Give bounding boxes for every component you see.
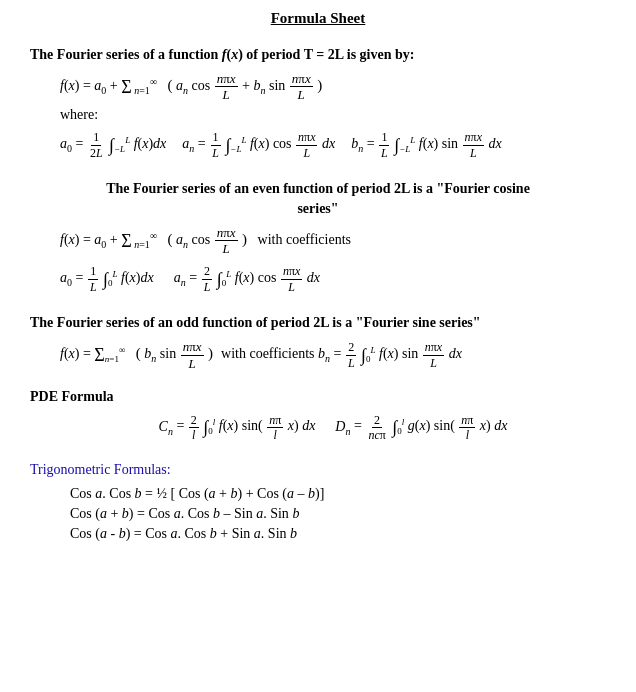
formula-cosine-1: f(x) = a0 + Σ n=1∞ ( an cos nπx L ) with… — [60, 225, 606, 257]
where-label: where: — [60, 107, 606, 123]
pde-heading: PDE Formula — [30, 389, 606, 405]
trig-formula-2: Cos (a + b) = Cos a. Cos b – Sin a. Sin … — [70, 506, 606, 522]
trig-heading: Trigonometric Formulas: — [30, 462, 606, 478]
pde-formula: Cn = 2 l ∫0l f(x) sin( nπ l x) dx Dn = 2… — [60, 411, 606, 443]
section-fourier-odd: The Fourier series of an odd function of… — [30, 313, 606, 371]
formula-cosine-coeffs: a0 = 1 L ∫0L f(x)dx an = 2 L ∫0L f(x) co… — [60, 263, 606, 295]
section-heading-1: The Fourier series of a function f(x) of… — [30, 45, 606, 65]
section-fourier-even: The Fourier series of an even function o… — [30, 179, 606, 295]
section-heading-2: The Fourier series of an even function o… — [30, 179, 606, 218]
trig-formula-3: Cos (a - b) = Cos a. Cos b + Sin a. Sin … — [70, 526, 606, 542]
section-trig: Trigonometric Formulas: Cos a. Cos b = ½… — [30, 462, 606, 542]
formula-fourier-general-1: f(x) = a0 + Σ n=1∞ ( an cos nπx L + bn s… — [60, 71, 606, 103]
trig-formula-1: Cos a. Cos b = ½ [ Cos (a + b) + Cos (a … — [70, 486, 606, 502]
section-heading-3: The Fourier series of an odd function of… — [30, 313, 606, 333]
formula-coefficients-1: a0 = 1 2L ∫−LL f(x)dx an = 1 L ∫−LL f(x)… — [60, 129, 606, 161]
section-fourier-general: The Fourier series of a function f(x) of… — [30, 45, 606, 161]
formula-sine-1: f(x) = Σn=1∞ ( bn sin nπx L ) with coeff… — [60, 339, 606, 371]
section-pde: PDE Formula Cn = 2 l ∫0l f(x) sin( nπ l … — [30, 389, 606, 443]
page-title: Formula Sheet — [30, 10, 606, 27]
